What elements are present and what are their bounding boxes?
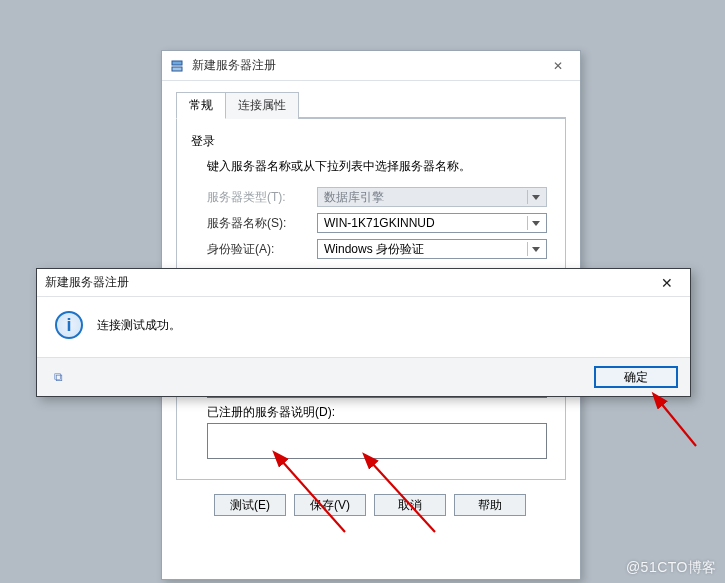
msgbox-titlebar[interactable]: 新建服务器注册 ✕ bbox=[37, 269, 690, 297]
chevron-down-icon[interactable] bbox=[527, 242, 543, 256]
registered-desc-input[interactable] bbox=[207, 423, 547, 459]
connection-test-msgbox: 新建服务器注册 ✕ i 连接测试成功。 ⧉ 确定 bbox=[36, 268, 691, 397]
server-type-label: 服务器类型(T): bbox=[207, 189, 317, 206]
server-name-row: 服务器名称(S): WIN-1K71GKINNUD bbox=[207, 213, 547, 233]
server-type-value: 数据库引擎 bbox=[324, 189, 384, 206]
server-type-select: 数据库引擎 bbox=[317, 187, 547, 207]
close-icon[interactable]: ✕ bbox=[652, 275, 682, 291]
test-button[interactable]: 测试(E) bbox=[214, 494, 286, 516]
server-icon bbox=[170, 58, 186, 74]
login-section-label: 登录 bbox=[191, 133, 551, 150]
auth-row: 身份验证(A): Windows 身份验证 bbox=[207, 239, 547, 259]
msgbox-title: 新建服务器注册 bbox=[45, 274, 129, 291]
close-icon[interactable]: ✕ bbox=[544, 56, 572, 76]
msgbox-message: 连接测试成功。 bbox=[97, 317, 181, 334]
copy-icon[interactable]: ⧉ bbox=[49, 369, 67, 385]
auth-select[interactable]: Windows 身份验证 bbox=[317, 239, 547, 259]
tab-underline bbox=[298, 117, 566, 118]
watermark: @51CTO博客 bbox=[626, 559, 717, 577]
dialog-title: 新建服务器注册 bbox=[192, 57, 276, 74]
login-hint: 键入服务器名称或从下拉列表中选择服务器名称。 bbox=[207, 158, 551, 175]
tab-connection-properties[interactable]: 连接属性 bbox=[225, 92, 299, 119]
svg-line-2 bbox=[660, 402, 696, 446]
registered-desc-label: 已注册的服务器说明(D): bbox=[207, 404, 547, 421]
auth-label: 身份验证(A): bbox=[207, 241, 317, 258]
svg-rect-0 bbox=[172, 61, 182, 65]
help-button[interactable]: 帮助 bbox=[454, 494, 526, 516]
dialog-titlebar[interactable]: 新建服务器注册 ✕ bbox=[162, 51, 580, 81]
svg-rect-1 bbox=[172, 67, 182, 71]
tab-general[interactable]: 常规 bbox=[176, 92, 226, 119]
info-icon: i bbox=[55, 311, 83, 339]
tab-strip: 常规 连接属性 bbox=[176, 91, 566, 118]
server-name-select[interactable]: WIN-1K71GKINNUD bbox=[317, 213, 547, 233]
cancel-button[interactable]: 取消 bbox=[374, 494, 446, 516]
server-name-label: 服务器名称(S): bbox=[207, 215, 317, 232]
ok-button[interactable]: 确定 bbox=[594, 366, 678, 388]
auth-value: Windows 身份验证 bbox=[324, 241, 424, 258]
save-button[interactable]: 保存(V) bbox=[294, 494, 366, 516]
msgbox-body: i 连接测试成功。 bbox=[37, 297, 690, 357]
server-type-row: 服务器类型(T): 数据库引擎 bbox=[207, 187, 547, 207]
msgbox-footer: ⧉ 确定 bbox=[37, 357, 690, 396]
chevron-down-icon bbox=[527, 190, 543, 204]
server-name-value: WIN-1K71GKINNUD bbox=[324, 216, 435, 230]
dialog-button-row: 测试(E) 保存(V) 取消 帮助 bbox=[214, 494, 566, 516]
chevron-down-icon[interactable] bbox=[527, 216, 543, 230]
